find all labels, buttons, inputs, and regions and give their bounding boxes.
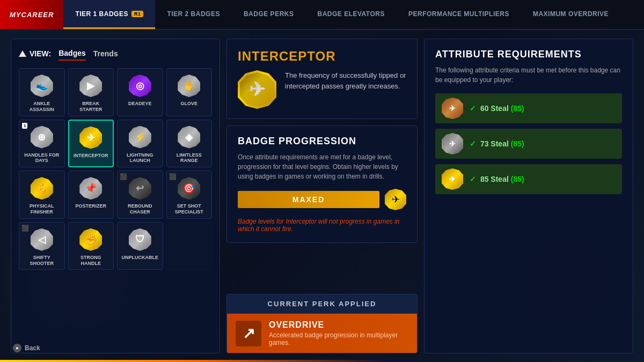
handles-num: 1 <box>22 123 27 129</box>
view-tab-badges[interactable]: Badges <box>58 47 86 61</box>
physical-finisher-label: Physical Finisher <box>21 203 62 215</box>
view-text: VIEW: <box>30 49 51 58</box>
perk-icon: ↗ <box>236 321 261 346</box>
badge-interceptor[interactable]: ✈ Interceptor <box>68 120 114 168</box>
gold-stat: 85 Steal <box>480 175 511 183</box>
silver-icon: ✈ <box>449 139 456 148</box>
fire-warning: Badge levels for Interceptor will not pr… <box>238 218 406 233</box>
badge-handles-for-days[interactable]: 1 ⊕ Handles for Days <box>19 120 65 168</box>
gold-current: (85) <box>511 175 524 183</box>
tab-perks-label: Badge Perks <box>244 10 294 18</box>
unpluckable-icon: 🛡 <box>127 227 153 253</box>
bronze-current: (85) <box>511 104 524 113</box>
set-shot-shape: 🎯 <box>178 177 200 200</box>
lightning-launch-icon: ⚡ <box>127 124 153 150</box>
mycareer-logo: myCAREER <box>0 0 63 29</box>
tab-performance-label: Performance Multipliers <box>408 10 509 18</box>
badge-limitless-range[interactable]: ◈ Limitless Range <box>166 120 213 168</box>
unpluckable-label: Unpluckable <box>122 255 159 261</box>
attr-text-gold: ✓ 85 Steal (85) <box>470 175 524 183</box>
view-tab-trends[interactable]: Trends <box>93 47 118 60</box>
attr-badge-gold: ✈ <box>442 168 463 190</box>
limitless-range-label: Limitless Range <box>169 152 210 164</box>
deadeye-label: Deadeye <box>128 101 152 107</box>
strong-shape: ✊ <box>79 228 102 251</box>
maxed-bar: MAXED <box>238 191 379 208</box>
badge-ankle-assassin[interactable]: 👟 Ankle Assassin <box>19 68 65 116</box>
glove-label: Glove <box>180 101 197 107</box>
strong-handle-icon: ✊ <box>78 227 104 253</box>
badge-unpluckable[interactable]: 🛡 Unpluckable <box>117 222 163 270</box>
badge-posterizer[interactable]: 📌 Posterizer <box>68 171 114 219</box>
progression-title: BADGE PROGRESSION <box>238 136 406 147</box>
badge-rebound-chaser[interactable]: ⬛ ↩ Rebound Chaser <box>117 171 163 219</box>
lightning-launch-label: Lightning Launch <box>120 152 160 164</box>
ankle-assassin-icon: 👟 <box>29 73 55 99</box>
badge-desc-row: ✈ The frequency of successfully tipped o… <box>238 70 406 109</box>
unpluckable-shape: 🛡 <box>129 228 151 251</box>
lightning-shape: ⚡ <box>129 126 151 149</box>
tab-badge-elevators[interactable]: Badge Elevators <box>305 0 397 29</box>
rebound-shape: ↩ <box>129 177 151 200</box>
silver-current: (85) <box>511 139 524 148</box>
tab-badge-perks[interactable]: Badge Perks <box>232 0 306 29</box>
badge-detail-panel: INTERCEPTOR ✈ The frequency of successfu… <box>226 39 418 119</box>
posterizer-label: Posterizer <box>75 203 106 209</box>
badge-deadeye[interactable]: ◎ Deadeye <box>117 68 163 116</box>
tab-tier2-label: Tier 2 Badges <box>167 10 220 18</box>
tab-tier1-label: Tier 1 Badges <box>75 10 128 18</box>
rebound-chaser-icon: ↩ <box>127 175 153 201</box>
check-silver: ✓ <box>470 139 476 148</box>
handles-for-days-label: Handles for Days <box>21 152 62 164</box>
attr-text-silver: ✓ 73 Steal (85) <box>470 139 524 148</box>
badge-strong-handle[interactable]: ✊ Strong Handle <box>68 222 114 270</box>
current-perk-panel: CURRENT PERK APPLIED ↗ OVERDRIVE Acceler… <box>226 294 418 353</box>
shifty-shooter-icon: ◁ <box>29 227 55 253</box>
attr-req-gold: ✈ ✓ 85 Steal (85) <box>435 164 622 194</box>
view-label: VIEW: <box>19 49 51 58</box>
shifty-corner-icon: ⬛ <box>21 225 29 232</box>
mycareer-label: myCAREER <box>10 11 54 19</box>
set-shot-specialist-icon: 🎯 <box>176 175 202 201</box>
right-panel: ATTRIBUTE REQUIREMENTS The following att… <box>424 39 633 353</box>
badge-shifty-shooter[interactable]: ⬛ ◁ Shifty Shooter <box>19 222 65 270</box>
perk-desc: Accelerated badge progression in multipl… <box>269 331 408 346</box>
posterizer-shape: 📌 <box>79 177 102 200</box>
bronze-icon: ✈ <box>449 104 456 113</box>
ankle-assassin-label: Ankle Assassin <box>21 101 62 113</box>
break-starter-label: Break Starter <box>71 101 112 113</box>
attr-title: ATTRIBUTE REQUIREMENTS <box>435 49 622 60</box>
glove-shape: ✋ <box>178 75 200 97</box>
attr-badge-bronze: ✈ <box>442 98 463 119</box>
ankle-assassin-shape: 👟 <box>31 75 53 97</box>
back-label: Back <box>25 344 40 352</box>
tab-performance[interactable]: Performance Multipliers <box>397 0 521 29</box>
check-bronze: ✓ <box>470 104 476 113</box>
strong-handle-label: Strong Handle <box>71 255 112 267</box>
attr-subtitle: The following attribute criteria must be… <box>435 65 622 85</box>
perk-header: CURRENT PERK APPLIED <box>227 294 417 314</box>
back-button[interactable]: ● Back <box>13 344 40 352</box>
middle-panel: INTERCEPTOR ✈ The frequency of successfu… <box>226 39 418 353</box>
tab-tier2-badges[interactable]: Tier 2 Badges <box>155 0 232 29</box>
bronze-stat: 60 Steal <box>480 104 511 113</box>
tab-overdrive[interactable]: Maximum Overdrive <box>521 0 620 29</box>
perk-text: OVERDRIVE Accelerated badge progression … <box>269 320 408 346</box>
tab-overdrive-label: Maximum Overdrive <box>533 10 609 18</box>
tab-tier1-badges[interactable]: Tier 1 Badges R1 <box>63 0 155 29</box>
badge-grid: 👟 Ankle Assassin ▶ Break Starter ◎ Deade… <box>19 68 212 270</box>
maxed-icon: ✈ <box>385 189 406 210</box>
limitless-range-icon: ◈ <box>176 124 202 150</box>
attr-req-bronze: ✈ ✓ 60 Steal (85) <box>435 93 622 123</box>
badge-physical-finisher[interactable]: 💪 Physical Finisher <box>19 171 65 219</box>
badge-glove[interactable]: ✋ Glove <box>166 68 213 116</box>
attr-text-bronze: ✓ 60 Steal (85) <box>470 104 524 113</box>
rebound-corner-icon: ⬛ <box>120 173 127 180</box>
badge-lightning-launch[interactable]: ⚡ Lightning Launch <box>117 120 163 168</box>
physical-shape: 💪 <box>31 177 53 200</box>
set-shot-corner-icon: ⬛ <box>169 173 177 180</box>
attr-badge-silver: ✈ <box>442 133 463 154</box>
badge-break-starter[interactable]: ▶ Break Starter <box>68 68 114 116</box>
view-trends-label: Trends <box>93 49 118 58</box>
badge-set-shot-specialist[interactable]: ⬛ 🎯 Set Shot Specialist <box>166 171 213 219</box>
